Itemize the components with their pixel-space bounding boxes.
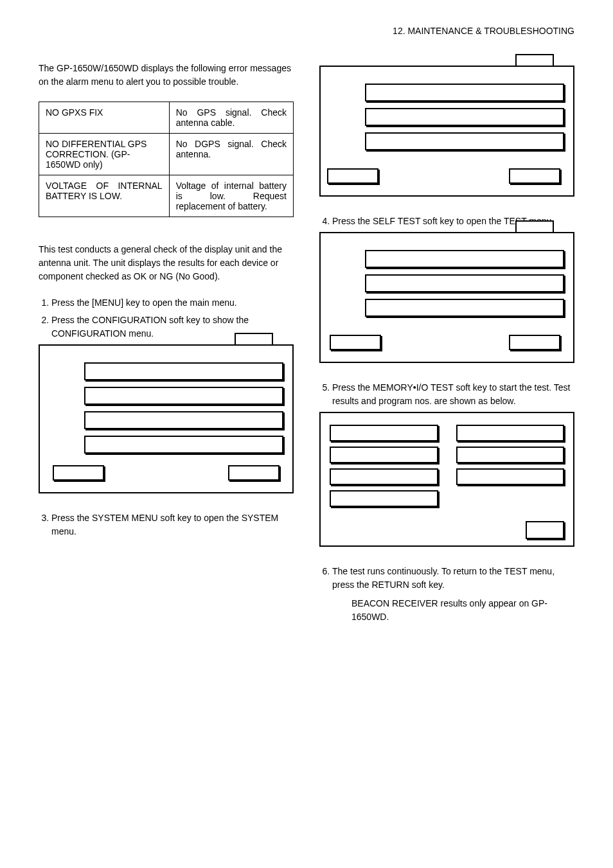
step-3: Press the SYSTEM MENU soft key to open t…	[51, 511, 294, 538]
menu-small-button[interactable]	[509, 168, 560, 184]
test-result-item	[330, 425, 438, 441]
menu-button[interactable]	[84, 436, 283, 454]
intro-paragraph: The GP-1650W/1650WD displays the followi…	[39, 62, 294, 89]
menu-small-button[interactable]	[228, 465, 280, 481]
test-result-item	[330, 468, 438, 485]
memory-io-test-figure	[319, 412, 574, 547]
diagnostic-intro: This test conducts a general check of th…	[39, 243, 294, 283]
menu-button[interactable]	[365, 84, 564, 102]
step-5: Press the MEMORY•I/O TEST soft key to st…	[332, 381, 574, 408]
menu-tab	[515, 54, 554, 66]
menu-small-button[interactable]	[330, 335, 381, 350]
err-msg-0: NO GPXS FIX	[39, 102, 170, 134]
return-button[interactable]	[526, 521, 564, 539]
menu-button[interactable]	[365, 299, 564, 317]
test-result-item	[330, 490, 438, 507]
err-msg-2: VOLTAGE OF INTERNAL BATTERY IS LOW.	[39, 175, 170, 217]
test-menu-figure	[319, 232, 574, 363]
system-menu-figure	[319, 66, 574, 197]
menu-button[interactable]	[84, 411, 283, 429]
configuration-menu-figure	[39, 344, 294, 493]
step-6: The test runs continuously. To return to…	[332, 565, 574, 592]
test-result-item	[330, 447, 438, 463]
menu-tab	[515, 220, 554, 232]
menu-button[interactable]	[365, 132, 564, 150]
menu-small-button[interactable]	[327, 168, 378, 184]
menu-small-button[interactable]	[53, 465, 104, 481]
menu-button[interactable]	[365, 274, 564, 292]
menu-button[interactable]	[84, 387, 283, 405]
error-message-table: NO GPXS FIX No GPS signal. Check antenna…	[39, 102, 294, 217]
menu-button[interactable]	[84, 362, 283, 380]
test-result-item	[456, 468, 565, 485]
step-1: Press the [MENU] key to open the main me…	[51, 296, 294, 310]
test-result-item	[456, 425, 565, 441]
err-msg-1: NO DIFFERENTIAL GPS CORRECTION. (GP-1650…	[39, 134, 170, 175]
err-meaning-1: No DGPS signal. Check antenna.	[169, 134, 293, 175]
menu-button[interactable]	[365, 108, 564, 126]
menu-tab	[235, 333, 273, 344]
err-meaning-0: No GPS signal. Check antenna cable.	[169, 102, 293, 134]
menu-button[interactable]	[365, 250, 564, 268]
test-result-item	[456, 447, 565, 463]
note-text: BEACON RECEIVER results only appear on G…	[351, 597, 574, 624]
err-meaning-2: Voltage of internal battery is low. Requ…	[169, 175, 293, 217]
menu-small-button[interactable]	[509, 335, 560, 350]
page-header: 12. MAINTENANCE & TROUBLESHOOTING	[39, 26, 574, 36]
